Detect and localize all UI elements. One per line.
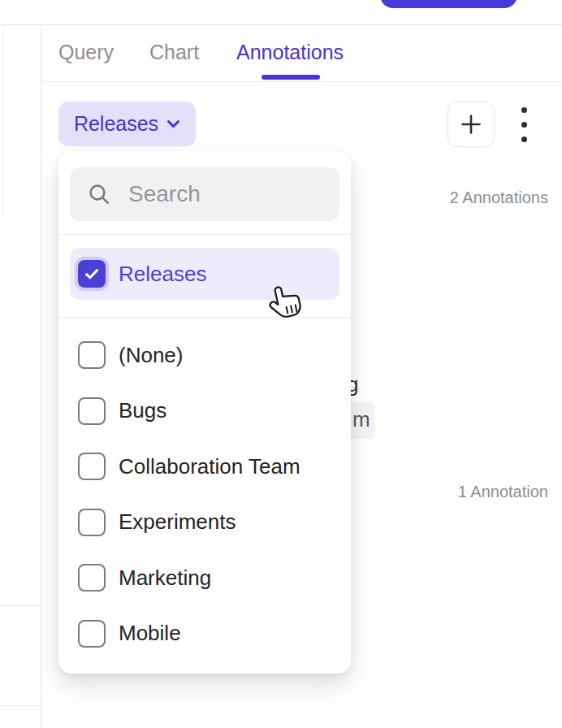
more-options-button[interactable] xyxy=(514,102,534,147)
annotation-count-top: 2 Annotations xyxy=(450,188,548,207)
tab-query[interactable]: Query xyxy=(58,41,114,64)
left-panel-border xyxy=(2,25,3,219)
tabs-divider xyxy=(41,81,562,82)
checkbox-unchecked[interactable] xyxy=(78,564,106,592)
kebab-menu-icon xyxy=(521,107,527,113)
selected-option-label: Releases xyxy=(119,262,206,287)
dropdown-option-row[interactable]: Experiments xyxy=(70,509,339,536)
search-icon xyxy=(86,181,112,207)
checkbox-unchecked[interactable] xyxy=(78,397,106,425)
checkbox-unchecked[interactable] xyxy=(78,341,106,369)
option-label: Mobile xyxy=(119,621,181,646)
app-window: Query Chart Annotations Releases 2 Annot… xyxy=(0,0,562,728)
search-input[interactable] xyxy=(127,180,323,208)
dropdown-divider xyxy=(58,234,351,235)
primary-action-button-partial[interactable] xyxy=(380,0,517,8)
active-tab-underline xyxy=(262,75,320,80)
option-label: Marketing xyxy=(119,566,211,591)
annotation-count-bottom: 1 Annotation xyxy=(458,483,548,501)
add-annotation-button[interactable] xyxy=(447,102,495,147)
checkbox-unchecked[interactable] xyxy=(78,509,106,536)
checkmark-icon xyxy=(83,265,101,283)
checkbox-checked[interactable] xyxy=(78,260,106,288)
checkbox-unchecked[interactable] xyxy=(78,620,106,648)
tab-chart[interactable]: Chart xyxy=(149,41,199,64)
top-divider xyxy=(0,24,562,25)
search-field[interactable] xyxy=(70,167,339,221)
option-label: Bugs xyxy=(119,398,166,423)
dropdown-option-row[interactable]: (None) xyxy=(70,341,339,369)
checkbox-unchecked[interactable] xyxy=(78,453,106,480)
option-label: (None) xyxy=(119,343,183,368)
dropdown-options-list: (None) Bugs Collaboration Team Experimen… xyxy=(70,341,339,648)
filter-button-label: Releases xyxy=(74,112,158,136)
dropdown-option-row[interactable]: Collaboration Team xyxy=(70,453,339,480)
sidebar-divider xyxy=(41,25,41,728)
plus-icon xyxy=(459,112,483,136)
dropdown-option-row[interactable]: Marketing xyxy=(70,564,339,592)
releases-filter-button[interactable]: Releases xyxy=(58,102,196,146)
option-label: Experiments xyxy=(119,509,236,535)
tab-annotations[interactable]: Annotations xyxy=(236,41,344,64)
dropdown-option-row[interactable]: Bugs xyxy=(70,397,339,425)
gutter-row-divider xyxy=(0,705,41,706)
occluded-chip-text: m xyxy=(352,407,370,432)
dropdown-option-row[interactable]: Mobile xyxy=(70,620,339,648)
annotation-filter-dropdown: Releases (None) Bugs Collaboration Team xyxy=(58,151,351,674)
chevron-down-icon xyxy=(166,119,180,128)
gutter-row-divider xyxy=(0,605,41,606)
option-label: Collaboration Team xyxy=(119,454,300,479)
